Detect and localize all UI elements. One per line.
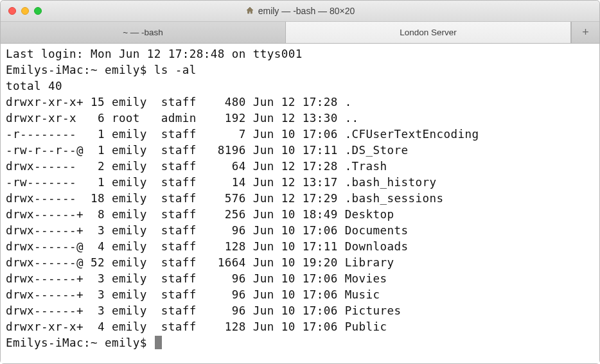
close-button[interactable] (8, 7, 16, 15)
terminal-window: emily — -bash — 80×20 ~ — -bash London S… (0, 0, 600, 364)
plus-icon: + (582, 26, 589, 39)
minimize-button[interactable] (21, 7, 29, 15)
maximize-button[interactable] (34, 7, 42, 15)
new-tab-button[interactable]: + (571, 22, 599, 43)
tab-label: ~ — -bash (123, 28, 163, 37)
tab-bash[interactable]: ~ — -bash (1, 22, 286, 43)
tabbar: ~ — -bash London Server + (1, 22, 599, 44)
titlebar[interactable]: emily — -bash — 80×20 (1, 1, 599, 22)
prompt-line[interactable]: Emilys-iMac:~ emily$ (6, 335, 594, 351)
tab-london-server[interactable]: London Server (286, 22, 571, 43)
terminal-viewport[interactable]: Last login: Mon Jun 12 17:28:48 on ttys0… (1, 44, 599, 363)
window-title: emily — -bash — 80×20 (1, 6, 599, 17)
cursor (155, 336, 162, 349)
window-title-text: emily — -bash — 80×20 (258, 6, 355, 16)
traffic-lights (1, 7, 42, 15)
tab-label: London Server (400, 28, 457, 37)
home-icon (245, 6, 254, 17)
